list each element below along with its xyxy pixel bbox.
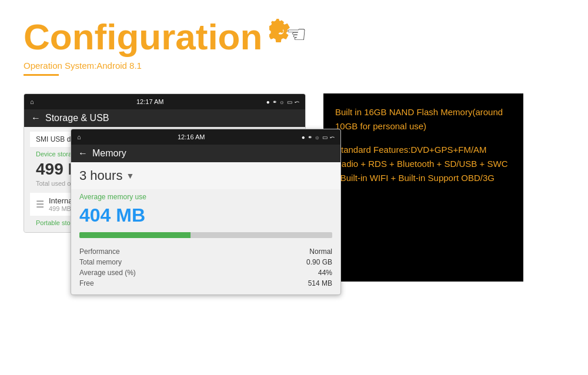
page-title: Configuration bbox=[24, 19, 262, 55]
stats-table: Performance Normal Total memory 0.90 GB … bbox=[71, 244, 340, 294]
time-dropdown-icon[interactable]: ▼ bbox=[126, 171, 134, 180]
stat-row-free: Free 514 MB bbox=[79, 278, 332, 289]
inner-location-icon: ● bbox=[302, 134, 305, 140]
info-text-1: Built in 16GB NAND Flash Memory(around 1… bbox=[335, 105, 512, 133]
location-icon: ● bbox=[266, 99, 270, 105]
stat-row-avg: Average used (%) 44% bbox=[79, 267, 332, 278]
stat-value-total: 0.90 GB bbox=[306, 258, 332, 266]
inner-status-right: ● ⚭ ☼ ▭ ⤺ bbox=[302, 134, 335, 140]
android-panel: ⌂ 12:17 AM ● ⚭ ☼ ▭ ⤺ ← Storage & USB SMI… bbox=[24, 93, 312, 282]
memory-size: 404 MB bbox=[71, 202, 340, 231]
stat-label-avg: Average used (%) bbox=[79, 269, 136, 277]
avg-label: Average memory use bbox=[71, 189, 340, 202]
progress-bar-fill bbox=[79, 232, 191, 238]
subtitle: Operation System:Android 8.1 bbox=[24, 61, 564, 71]
outer-nav-bar: ← Storage & USB bbox=[24, 109, 305, 127]
time-row: 3 hours ▼ bbox=[71, 162, 340, 189]
inner-back-icon: ⤺ bbox=[330, 134, 335, 140]
progress-bar-container bbox=[71, 231, 340, 244]
stat-value-avg: 44% bbox=[318, 269, 332, 277]
inner-status-left: ⌂ bbox=[77, 133, 81, 140]
brightness-icon: ☼ bbox=[279, 99, 285, 105]
info-block-2: Standard Features:DVD+GPS+FM/AM Radio + … bbox=[335, 143, 512, 185]
inner-window-icon: ▭ bbox=[322, 134, 328, 140]
inner-bluetooth-icon: ⚭ bbox=[308, 134, 312, 140]
info-block-1: Built in 16GB NAND Flash Memory(around 1… bbox=[335, 105, 512, 133]
underline-decoration bbox=[24, 74, 59, 76]
stat-value-performance: Normal bbox=[309, 247, 332, 256]
title-icons: ☜ bbox=[269, 18, 322, 56]
inner-time: 12:16 AM bbox=[178, 133, 205, 140]
info-text-2: Standard Features:DVD+GPS+FM/AM Radio + … bbox=[335, 143, 512, 185]
outer-nav-title: Storage & USB bbox=[45, 113, 109, 123]
info-panel: Built in 16GB NAND Flash Memory(around 1… bbox=[323, 93, 523, 282]
internal-label: Interna bbox=[49, 196, 72, 205]
status-bar-right: ● ⚭ ☼ ▭ ⤺ bbox=[266, 99, 299, 105]
header: Configuration ☜ Operation System:Android… bbox=[0, 0, 588, 76]
back-arrow-icon[interactable]: ← bbox=[31, 113, 41, 123]
hand-cursor-icon: ☜ bbox=[286, 21, 307, 48]
time-value: 3 hours bbox=[79, 168, 122, 183]
internal-info: Interna 499 MB bbox=[49, 196, 72, 212]
inner-nav-bar: ← Memory bbox=[71, 145, 340, 162]
outer-status-bar: ⌂ 12:17 AM ● ⚭ ☼ ▭ ⤺ bbox=[24, 94, 305, 109]
stat-row-total: Total memory 0.90 GB bbox=[79, 257, 332, 267]
bluetooth-icon: ⚭ bbox=[272, 99, 277, 105]
back-icon: ⤺ bbox=[295, 99, 299, 105]
inner-home-icon: ⌂ bbox=[77, 133, 81, 140]
stat-row-performance: Performance Normal bbox=[79, 246, 332, 257]
outer-time: 12:17 AM bbox=[136, 98, 163, 105]
stat-value-free: 514 MB bbox=[308, 279, 332, 287]
inner-status-bar: ⌂ 12:16 AM ● ⚭ ☼ ▭ ⤺ bbox=[71, 129, 340, 145]
inner-brightness-icon: ☼ bbox=[315, 134, 320, 140]
stat-label-performance: Performance bbox=[79, 247, 120, 256]
inner-nav-title: Memory bbox=[92, 148, 126, 159]
inner-body: 3 hours ▼ Average memory use 404 MB Perf… bbox=[71, 162, 340, 294]
progress-bar-bg bbox=[79, 232, 332, 238]
title-row: Configuration ☜ bbox=[24, 18, 564, 56]
stat-label-free: Free bbox=[79, 279, 94, 287]
home-icon: ⌂ bbox=[30, 98, 34, 105]
stat-label-total: Total memory bbox=[79, 258, 122, 266]
content-area: ⌂ 12:17 AM ● ⚭ ☼ ▭ ⤺ ← Storage & USB SMI… bbox=[0, 82, 588, 282]
window-icon: ▭ bbox=[287, 99, 292, 105]
inner-screen: ⌂ 12:16 AM ● ⚭ ☼ ▭ ⤺ ← Memory 3 hours ▼ bbox=[71, 129, 341, 295]
inner-back-arrow-icon[interactable]: ← bbox=[78, 148, 88, 159]
internal-sub: 499 MB bbox=[49, 205, 72, 212]
status-bar-left: ⌂ bbox=[30, 98, 34, 105]
list-icon: ☰ bbox=[36, 199, 44, 210]
